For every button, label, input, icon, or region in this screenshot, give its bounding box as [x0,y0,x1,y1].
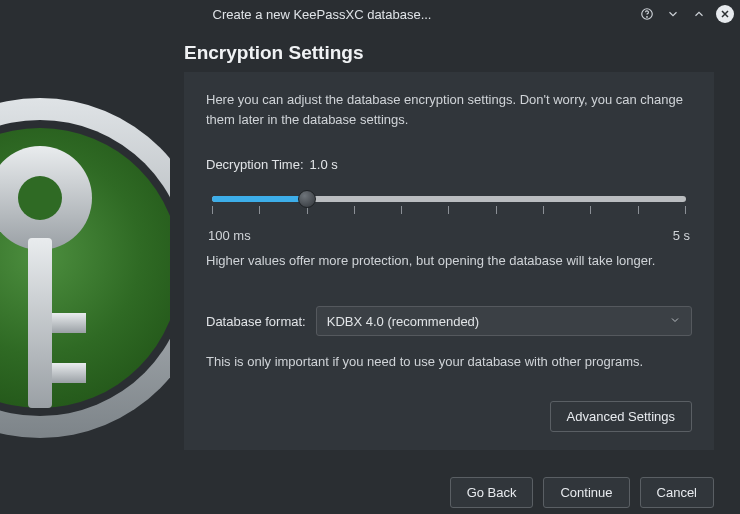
database-format-label: Database format: [206,314,306,329]
database-format-select[interactable]: KDBX 4.0 (recommended) [316,306,692,336]
decryption-time-value: 1.0 s [310,157,338,172]
maximize-icon[interactable] [690,5,708,23]
continue-button[interactable]: Continue [543,477,629,508]
key-artwork [0,78,170,458]
format-note: This is only important if you need to us… [206,354,692,369]
svg-point-1 [647,17,648,18]
database-format-value: KDBX 4.0 (recommended) [327,314,479,329]
svg-point-5 [0,146,92,250]
cancel-button[interactable]: Cancel [640,477,714,508]
svg-point-3 [0,120,170,416]
slider-max-label: 5 s [673,228,690,243]
decryption-time-slider[interactable] [206,186,692,226]
minimize-icon[interactable] [664,5,682,23]
window-title: Create a new KeePassXC database... [6,7,638,22]
page-heading: Encryption Settings [184,42,363,64]
help-icon[interactable] [638,5,656,23]
intro-text: Here you can adjust the database encrypt… [206,90,692,129]
svg-rect-9 [52,363,86,383]
svg-rect-8 [52,313,86,333]
decryption-time-label: Decryption Time: [206,157,304,172]
settings-panel: Here you can adjust the database encrypt… [184,72,714,450]
go-back-button[interactable]: Go Back [450,477,534,508]
chevron-down-icon [669,314,681,329]
slider-hint: Higher values offer more protection, but… [206,253,692,268]
slider-min-label: 100 ms [208,228,251,243]
svg-rect-7 [28,238,52,408]
svg-point-2 [0,98,170,438]
close-icon[interactable] [716,5,734,23]
svg-point-4 [0,128,170,408]
svg-point-6 [18,176,62,220]
slider-thumb[interactable] [298,190,316,208]
advanced-settings-button[interactable]: Advanced Settings [550,401,692,432]
